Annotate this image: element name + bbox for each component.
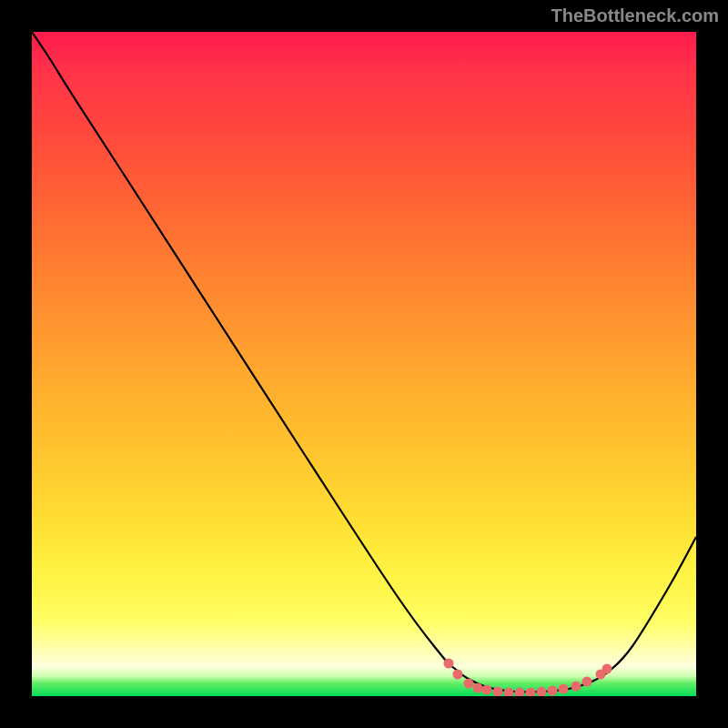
data-point-dot <box>571 682 581 692</box>
data-point-dot <box>559 684 569 694</box>
data-point-dot <box>515 688 525 697</box>
data-point-dot <box>504 688 514 697</box>
data-point-dot <box>602 664 612 674</box>
data-point-dot <box>464 679 474 689</box>
chart-svg <box>32 32 696 696</box>
plot-area <box>32 32 696 696</box>
data-point-dot <box>548 686 558 696</box>
data-point-dot <box>493 687 503 697</box>
data-point-dot <box>482 685 492 695</box>
data-point-dot <box>526 688 536 697</box>
data-point-dot <box>582 677 592 687</box>
data-point-dot <box>453 670 463 680</box>
main-curve-path <box>32 32 696 693</box>
watermark-text: TheBottleneck.com <box>551 5 719 26</box>
red-dots-group <box>444 659 612 697</box>
data-point-dot <box>444 659 454 669</box>
data-point-dot <box>473 683 483 693</box>
data-point-dot <box>537 687 547 697</box>
